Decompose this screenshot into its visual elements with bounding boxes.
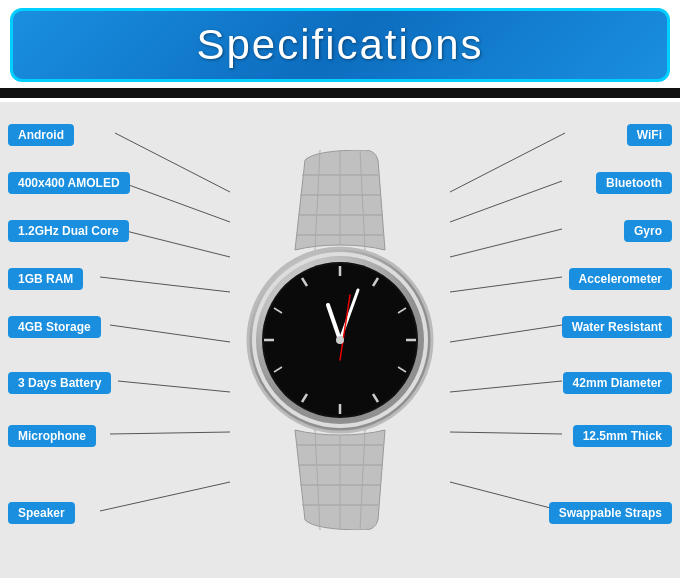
divider — [0, 88, 680, 98]
spec-accelerometer: Accelerometer — [569, 268, 672, 290]
spec-bluetooth: Bluetooth — [596, 172, 672, 194]
spec-microphone: Microphone — [8, 425, 96, 447]
spec-gyro: Gyro — [624, 220, 672, 242]
svg-line-15 — [450, 482, 562, 511]
spec-battery: 3 Days Battery — [8, 372, 111, 394]
svg-line-0 — [115, 133, 230, 192]
spec-ram: 1GB RAM — [8, 268, 83, 290]
svg-line-4 — [110, 325, 230, 342]
svg-line-2 — [118, 229, 230, 257]
spec-straps: Swappable Straps — [549, 502, 672, 524]
spec-speaker: Speaker — [8, 502, 75, 524]
spec-water: Water Resistant — [562, 316, 672, 338]
page-title: Specifications — [33, 21, 647, 69]
svg-line-13 — [450, 381, 562, 392]
header-section: Specifications — [10, 8, 670, 82]
svg-line-3 — [100, 277, 230, 292]
specs-section: Android 400x400 AMOLED 1.2GHz Dual Core … — [0, 102, 680, 578]
spec-wifi: WiFi — [627, 124, 672, 146]
spec-storage: 4GB Storage — [8, 316, 101, 338]
svg-line-5 — [118, 381, 230, 392]
svg-line-7 — [100, 482, 230, 511]
svg-line-9 — [450, 181, 562, 222]
watch-image — [220, 150, 460, 530]
spec-android: Android — [8, 124, 74, 146]
spec-thick: 12.5mm Thick — [573, 425, 672, 447]
svg-line-10 — [450, 229, 562, 257]
svg-line-12 — [450, 325, 562, 342]
spec-diameter: 42mm Diameter — [563, 372, 672, 394]
svg-line-1 — [118, 181, 230, 222]
svg-line-6 — [110, 432, 230, 434]
spec-dualcore: 1.2GHz Dual Core — [8, 220, 129, 242]
svg-line-11 — [450, 277, 562, 292]
svg-line-14 — [450, 432, 562, 434]
svg-line-8 — [450, 133, 565, 192]
spec-amoled: 400x400 AMOLED — [8, 172, 130, 194]
svg-point-49 — [336, 336, 344, 344]
